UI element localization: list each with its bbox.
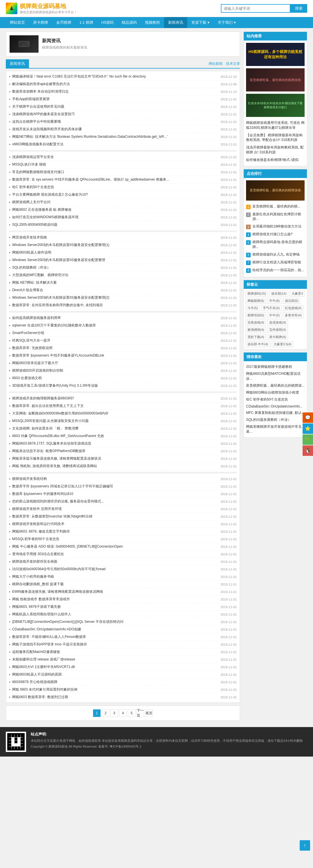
- news-item-title[interactable]: 如何提高棋牌游戏服务器利用率: [12, 315, 61, 320]
- news-item-title[interactable]: 棋牌游戏620开启游戏控制台控制: [12, 368, 63, 373]
- nav-item-premium[interactable]: 精品源码: [118, 17, 141, 28]
- news-item-title[interactable]: 棋牌游戏开发的那些安全画面: [12, 559, 57, 564]
- tag-item[interactable]: 促优游戏(4): [267, 319, 288, 326]
- nav-item-home[interactable]: 网站首页: [6, 17, 29, 28]
- news-item-title[interactable]: 棋牌游戏网上支付平台问: [12, 200, 51, 205]
- news-item-title[interactable]: 解决编辑器的登录apk会被警告的方法: [12, 82, 70, 87]
- news-item-title[interactable]: 网狐机器人系统同期自登陆什么组件人: [12, 612, 71, 617]
- news-item-title[interactable]: 数据库异常: 超出合法在使用界面上下文上下文: [12, 403, 84, 408]
- news-item-title[interactable]: 给C 初学者的50个古老忠告: [12, 185, 54, 190]
- page-1[interactable]: 1: [93, 709, 101, 717]
- tag-item[interactable]: 手气不非(4): [261, 305, 281, 311]
- news-item-title[interactable]: 网狐6603, 6878子游戏下载失败: [12, 604, 61, 609]
- news-item-title[interactable]: 数据库添加脚本 本自动定时清理日志: [12, 89, 69, 94]
- news-item-title[interactable]: 棋牌自动删游戏棋_数程 提课下载: [12, 582, 64, 587]
- news-item-title[interactable]: 6603 对象 QPAccountsDB.dbo.WF_GetAccountPa…: [12, 434, 104, 438]
- sidebar-rec-link-4[interactable]: 网狐棋牌游戏通用可使系统, 可借在 网狐3160红棋牌乐趣371(棋牌乐等: [246, 121, 305, 130]
- float-btn-star[interactable]: ⭐: [303, 424, 313, 434]
- news-item-title[interactable]: 数据库异常: 不能存储NULL值入人Person数据库: [12, 634, 86, 639]
- tab-site-news[interactable]: 网站新闻: [209, 61, 223, 66]
- like-link[interactable]: SQL的问题发展教程（作业）: [246, 417, 291, 422]
- news-item-title[interactable]: 您的那么游戏能找到的请经济的法规, 服务器你会受何模式...: [12, 499, 104, 504]
- news-item-title[interactable]: 数据库字符 §sysservers 同域名记录日加入11个字符不能正确编写: [12, 484, 113, 489]
- tag-item[interactable]: 俱乐部(5): [283, 298, 300, 304]
- tab-tech-articles[interactable]: 技术文章: [226, 61, 240, 66]
- news-item-title[interactable]: 棋牌游戏开发框架和运行代码技术: [12, 522, 64, 526]
- like-link[interactable]: 给C 初学者的50个古老忠告: [246, 397, 288, 401]
- news-item-title[interactable]: 这四点在棋牌平台中特别重要哦: [12, 119, 61, 124]
- news-item-title[interactable]: 平台主要网狐棋牌 现在游戏在是2 怎么修改为10?: [12, 192, 88, 197]
- news-item-title[interactable]: Windows Server2003的木马权限设置IIS服务器安全配置整理: [12, 257, 105, 262]
- rank-link-2[interactable]: 最新红色永利真钱红色博弈讨棋源...: [252, 212, 305, 222]
- news-item-title[interactable]: 棋牌游戏开发系统结构: [12, 476, 47, 481]
- news-item-title[interactable]: 数据库异常: 无效授权说明: [12, 346, 53, 350]
- float-btn-wechat[interactable]: 💚: [303, 434, 313, 445]
- news-item-title[interactable]: 常见的网狐数据银联游戏支付接口: [12, 169, 64, 175]
- nav-item-resources[interactable]: 资源下载 ▾: [187, 17, 214, 28]
- tab-news[interactable]: 新闻资讯: [6, 59, 29, 68]
- news-item-title[interactable]: DirectUI 组合博客合: [12, 288, 43, 292]
- news-item-title[interactable]: MSSQL执行许多 报错: [12, 162, 46, 167]
- page-2[interactable]: 2: [102, 709, 109, 717]
- news-item-title[interactable]: 网狐6603机器人操作说明: [12, 250, 51, 255]
- nav-item-house-card[interactable]: 房卡棋牌: [29, 17, 52, 28]
- nav-item-news[interactable]: 新闻资讯: [164, 17, 187, 28]
- news-item-title[interactable]: 查询地名字用搜 301结点击紧松扯: [12, 552, 64, 557]
- nav-item-h5[interactable]: H5源码: [97, 17, 118, 28]
- news-item-title[interactable]: 网狐6603大VI 1注册时中失MSVCR71.dll: [12, 664, 75, 670]
- tag-item[interactable]: 棋牌源码(15): [246, 290, 268, 297]
- news-item-title[interactable]: CDataBaseSin::OnUpdateUserInfo ADO创建: [12, 627, 81, 632]
- news-item-title[interactable]: 网页游戏开发技术指南: [12, 235, 47, 240]
- nav-item-1v1[interactable]: 1:1 棋牌: [75, 17, 97, 28]
- tag-item[interactable]: 宝州省弱(4): [267, 327, 288, 333]
- news-item-title[interactable]: 网狐.NET网站: 技术解决方案: [12, 280, 57, 285]
- news-item-title[interactable]: 数据库异常 §sysservers 中找不到服务器YLAccountsDBLin…: [12, 353, 104, 358]
- like-link[interactable]: CDataBaseSin::OnUpdateUserInfo...: [246, 404, 303, 408]
- tag-item[interactable]: 红包游戏(4): [283, 305, 304, 311]
- rank-link-3[interactable]: 全局最详细的18种微信借力方法: [252, 224, 302, 229]
- like-link[interactable]: 网狐6603员典型MATCHID配置说话设...: [246, 372, 301, 381]
- sidebar-rec-link-7[interactable]: 如何修改接盘名称/棋牌/格式 /虚拟: [246, 158, 298, 162]
- news-item-title[interactable]: 文化游戏网: 如何设置名词 「棋」 禁教消费: [12, 426, 79, 431]
- like-link[interactable]: 网狐6603网站台棋牌加游戏小程度: [246, 391, 299, 395]
- tag-item[interactable]: 多客非常(4): [283, 312, 304, 318]
- rank-link-7[interactable]: 棋牌行业支程进入高端博弈智能: [252, 260, 301, 265]
- search-input[interactable]: [221, 4, 290, 13]
- tag-item[interactable]: 俱乐部(14): [269, 290, 289, 297]
- tag-item[interactable]: 网狐棋牌(6): [246, 298, 266, 304]
- nav-item-coin[interactable]: 金币棋牌: [52, 17, 75, 28]
- tag-item[interactable]: 牛牛(6): [267, 298, 281, 304]
- news-item-title[interactable]: 访问游戏0x0400364信号引用的50x00008c内存不可能为read: [12, 567, 106, 571]
- rank-link-5[interactable]: 棋牌商业源码基地-曾有态度的棋牌...: [252, 240, 305, 249]
- news-item-title[interactable]: 网狐表达信息不存在: 检查OPPlatformDB数据库: [12, 448, 85, 454]
- news-item-title[interactable]: 大亚网络: 金断路由0x0000036e数据引用的0x00000003e8内存: [12, 411, 108, 416]
- news-item-title[interactable]: 数据库异常: 从数据类型nvarchar 转换为bigint时出错: [12, 514, 92, 519]
- news-item-title[interactable]: [DBNETLIB][ConnectionOpen(Connect())]SQL…: [12, 619, 123, 624]
- news-item-title[interactable]: 如何打造完全的WINDOWS棋牌服务器环境: [12, 215, 79, 220]
- tag-item[interactable]: 完美游戏(4): [246, 319, 266, 326]
- news-item-title[interactable]: 网狐 惰机制, 游戏房间登录失败, 请酌情再试或联系网站: [12, 464, 97, 469]
- tag-item[interactable]: 大豪景3.5(4): [272, 341, 293, 347]
- tag-item[interactable]: 家湖洲弱(4): [246, 327, 266, 333]
- news-item-title[interactable]: 网狐6603 数据库异常: 数据列已过期: [12, 694, 68, 700]
- float-btn-chat[interactable]: 💬: [303, 412, 313, 423]
- news-item-title[interactable]: 网狐NET网站: 技术解决方法 'Boolean System.Runtime.…: [12, 134, 168, 139]
- news-item-title[interactable]: 手机App的双端前景展望: [12, 97, 50, 101]
- news-item-title[interactable]: SQL2005-80004005错误问题: [12, 222, 57, 227]
- like-link[interactable]: 2017最新网狐棋牌卡搭建教程: [246, 365, 292, 369]
- news-item-title[interactable]: 浅谈棋牌游戏APP的服务器安全设置技巧: [12, 112, 75, 117]
- news-item-title[interactable]: 3D游戏开发工具/游戏引擎备件(Unity Pro) 3.1.0f4专业版: [12, 383, 98, 388]
- sidebar-rec-link-5[interactable]: 【会员免费】 棋牌棋牌最新布局架构教程系统, 带配合会计! 316系列源: [246, 133, 303, 142]
- news-item-title[interactable]: 游戏开发从未这段视频和程序开发的具体步骤: [12, 127, 82, 132]
- news-item-title[interactable]: v6603网狐游戏服务自动配置方法: [12, 142, 63, 147]
- page-3[interactable]: 3: [110, 709, 118, 717]
- news-item-title[interactable]: MSSQL2005安装问题:从光驱读取安装文件小问题: [12, 418, 89, 424]
- news-item-title[interactable]: 棋牌游戏开发软件 启用开发环境: [12, 506, 62, 512]
- news-item-title[interactable]: EWIN服务器连接失败, 请检查网络配置及网络连接状况网络: [12, 589, 103, 594]
- nav-item-video[interactable]: 视频教程: [141, 17, 164, 28]
- page-next[interactable]: 下一页: [137, 709, 144, 717]
- news-item-title[interactable]: 网狐 6603 未代对象引用设置到对象的实例: [12, 687, 77, 692]
- news-item-title[interactable]: 网狐6603.6878.1737, SQL服务本自动加车游戏信息: [12, 441, 91, 446]
- news-item-title[interactable]: 经典SQL语句大全一提升: [12, 338, 51, 343]
- news-item-title[interactable]: sqlserver 生成100万个不重复的10位随机数存入数据库: [12, 323, 96, 328]
